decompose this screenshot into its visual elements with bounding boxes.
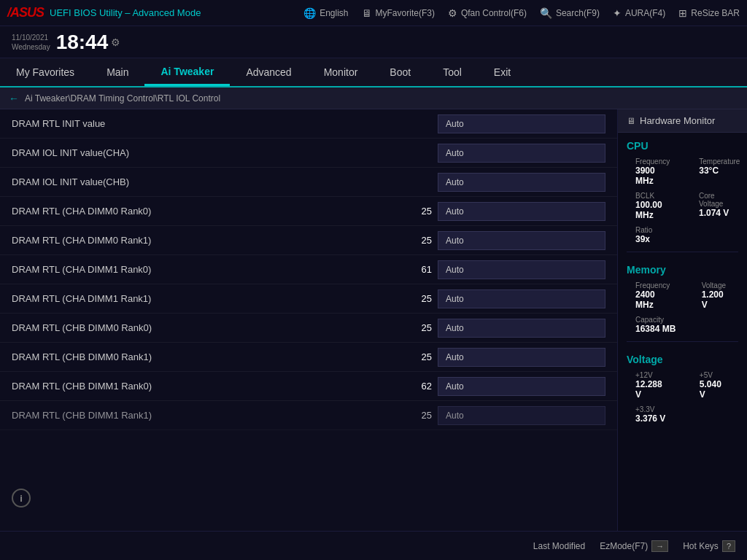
setting-label: DRAM RTL (CHA DIMM0 Rank1)	[12, 235, 406, 246]
settings-panel: DRAM RTL INIT value Auto DRAM IOL INIT v…	[0, 109, 617, 531]
search-icon: 🔍	[540, 7, 552, 19]
resizebar-button[interactable]: ⊞ ReSize BAR	[678, 7, 740, 19]
cpu-bclk-label: BCLK	[635, 192, 670, 200]
info-icon[interactable]: i	[12, 489, 31, 508]
bios-title: UEFI BIOS Utility – Advanced Mode	[50, 7, 296, 18]
bottom-bar: Last Modified EzMode(F7) → Hot Keys ?	[0, 531, 747, 560]
hw-monitor-title: 🖥 Hardware Monitor	[618, 109, 747, 133]
setting-num: 25	[406, 293, 432, 304]
cpu-bclk-row: BCLK 100.00 MHz Core Voltage 1.074 V	[618, 189, 747, 223]
v33-label: +3.3V	[635, 405, 665, 413]
cpu-bclk-metric: BCLK 100.00 MHz	[627, 190, 678, 222]
setting-label: DRAM RTL INIT value	[12, 118, 438, 129]
setting-label: DRAM RTL (CHB DIMM0 Rank1)	[12, 351, 406, 362]
mem-cap-value: 16384 MB	[635, 324, 676, 334]
setting-label: DRAM IOL INIT value(CHA)	[12, 147, 438, 158]
asus-logo: /ASUS	[7, 5, 44, 20]
volt-33-row: +3.3V 3.376 V	[618, 402, 747, 427]
mem-cap-metric: Capacity 16384 MB	[627, 314, 684, 335]
time-settings-icon[interactable]: ⚙	[111, 36, 120, 48]
nav-monitor[interactable]: Monitor	[308, 58, 374, 86]
setting-num: 25	[406, 322, 432, 333]
table-row: DRAM RTL (CHA DIMM0 Rank1) 25 Auto	[0, 226, 617, 255]
table-row: DRAM RTL (CHA DIMM0 Rank0) 25 Auto	[0, 197, 617, 226]
setting-value-dropdown[interactable]: Auto	[438, 260, 605, 279]
mem-freq-value: 2400 MHz	[635, 289, 673, 310]
v12-label: +12V	[635, 371, 670, 379]
english-selector[interactable]: 🌐 English	[303, 7, 348, 19]
setting-value-dropdown[interactable]: Auto	[438, 231, 605, 250]
breadcrumb-bar: ← Ai Tweaker\DRAM Timing Control\RTL IOL…	[0, 88, 747, 109]
setting-value-dropdown[interactable]: Auto	[438, 348, 605, 367]
table-row: DRAM RTL (CHB DIMM0 Rank0) 25 Auto	[0, 314, 617, 343]
v12-value: 12.288 V	[635, 379, 670, 400]
resize-icon: ⊞	[678, 7, 687, 19]
setting-value-dropdown[interactable]: Auto	[438, 202, 605, 221]
cpu-ratio-label: Ratio	[635, 226, 652, 234]
setting-value-dropdown[interactable]: Auto	[438, 114, 605, 133]
setting-value-dropdown[interactable]: Auto	[438, 289, 605, 308]
setting-num: 61	[406, 264, 432, 275]
setting-value-dropdown[interactable]: Auto	[438, 377, 605, 396]
mem-volt-value: 1.200 V	[702, 289, 729, 310]
table-row: DRAM IOL INIT value(CHB) Auto	[0, 168, 617, 197]
cpu-ratio-value: 39x	[635, 234, 652, 244]
last-modified-button[interactable]: Last Modified	[533, 541, 585, 551]
hot-keys-icon: ?	[722, 540, 735, 552]
table-row: DRAM RTL (CHB DIMM1 Rank1) 25 Auto	[0, 401, 617, 430]
mem-freq-metric: Frequency 2400 MHz	[627, 280, 681, 311]
nav-boot[interactable]: Boot	[374, 58, 427, 86]
cpu-freq-label: Frequency	[635, 158, 670, 166]
voltage-section-title: Voltage	[618, 346, 747, 368]
nav-main[interactable]: Main	[90, 58, 144, 86]
mem-volt-label: Voltage	[702, 281, 729, 289]
datetime-bar: 11/10/2021 Wednesday 18:44 ⚙	[0, 26, 747, 58]
cpu-temp-value: 33°C	[699, 166, 740, 176]
setting-num: 25	[406, 351, 432, 362]
myfavorite-button[interactable]: 🖥 MyFavorite(F3)	[362, 7, 435, 19]
setting-num: 25	[406, 206, 432, 217]
nav-exit[interactable]: Exit	[478, 58, 527, 86]
setting-value-dropdown[interactable]: Auto	[438, 319, 605, 338]
volt-12-row: +12V 12.288 V +5V 5.040 V	[618, 368, 747, 402]
cpu-frequency-metric: Frequency 3900 MHz	[627, 156, 678, 187]
table-row: DRAM RTL (CHB DIMM1 Rank0) 62 Auto	[0, 372, 617, 401]
ez-mode-arrow-icon: →	[651, 540, 668, 552]
nav-advanced[interactable]: Advanced	[230, 58, 307, 86]
mem-volt-metric: Voltage 1.200 V	[693, 280, 738, 311]
setting-value-dropdown[interactable]: Auto	[438, 144, 605, 163]
nav-tool[interactable]: Tool	[427, 58, 478, 86]
v12-metric: +12V 12.288 V	[627, 370, 679, 401]
qfan-button[interactable]: ⚙ Qfan Control(F6)	[448, 7, 527, 19]
ez-mode-button[interactable]: EzMode(F7) →	[600, 540, 668, 552]
cpu-freq-value: 3900 MHz	[635, 166, 670, 186]
aura-button[interactable]: ✦ AURA(F4)	[613, 7, 665, 19]
main-content: DRAM RTL INIT value Auto DRAM IOL INIT v…	[0, 109, 747, 531]
divider	[627, 341, 738, 342]
table-row: DRAM RTL (CHA DIMM1 Rank0) 61 Auto	[0, 255, 617, 284]
time-display: 18:44	[56, 31, 109, 54]
v33-value: 3.376 V	[635, 413, 665, 424]
hot-keys-button[interactable]: Hot Keys ?	[683, 540, 735, 552]
nav-ai-tweaker[interactable]: Ai Tweaker	[144, 58, 230, 86]
v5-value: 5.040 V	[700, 379, 729, 400]
setting-label: DRAM RTL (CHA DIMM1 Rank0)	[12, 264, 406, 275]
cpu-ratio-row: Ratio 39x	[618, 223, 747, 247]
search-button[interactable]: 🔍 Search(F9)	[540, 7, 600, 19]
monitor-icon: 🖥	[362, 7, 372, 19]
globe-icon: 🌐	[303, 7, 316, 19]
mem-cap-row: Capacity 16384 MB	[618, 313, 747, 337]
v33-metric: +3.3V 3.376 V	[627, 404, 674, 425]
back-arrow-icon[interactable]: ←	[9, 93, 19, 104]
setting-value-dropdown[interactable]: Auto	[438, 406, 605, 425]
v5-metric: +5V 5.040 V	[691, 370, 738, 401]
date-display: 11/10/2021 Wednesday	[12, 33, 50, 52]
fan-icon: ⚙	[448, 7, 457, 19]
mem-freq-row: Frequency 2400 MHz Voltage 1.200 V	[618, 279, 747, 313]
setting-num: 25	[406, 410, 432, 421]
setting-value-dropdown[interactable]: Auto	[438, 173, 605, 192]
nav-my-favorites[interactable]: My Favorites	[0, 58, 90, 86]
toolbar: 🌐 English 🖥 MyFavorite(F3) ⚙ Qfan Contro…	[296, 7, 740, 19]
setting-label: DRAM RTL (CHA DIMM0 Rank0)	[12, 206, 406, 217]
cpu-ratio-metric: Ratio 39x	[627, 225, 661, 246]
